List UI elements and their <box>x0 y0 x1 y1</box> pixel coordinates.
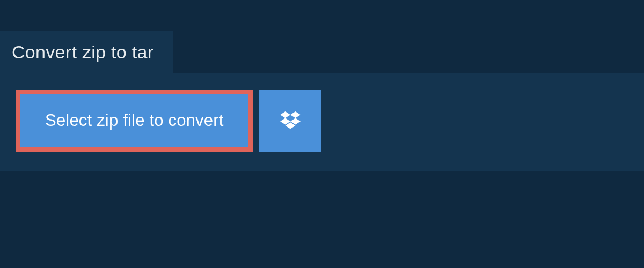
button-row: Select zip file to convert <box>16 90 628 152</box>
select-file-label: Select zip file to convert <box>45 111 224 130</box>
svg-marker-1 <box>290 111 301 118</box>
tab-title: Convert zip to tar <box>12 42 153 62</box>
svg-marker-0 <box>280 111 290 118</box>
tab-bar: Convert zip to tar <box>0 0 644 73</box>
dropbox-button[interactable] <box>259 90 321 152</box>
tab-convert-zip-to-tar[interactable]: Convert zip to tar <box>0 31 173 73</box>
select-file-button[interactable]: Select zip file to convert <box>16 90 253 152</box>
upload-panel: Select zip file to convert <box>0 73 644 171</box>
dropbox-icon <box>280 111 301 130</box>
